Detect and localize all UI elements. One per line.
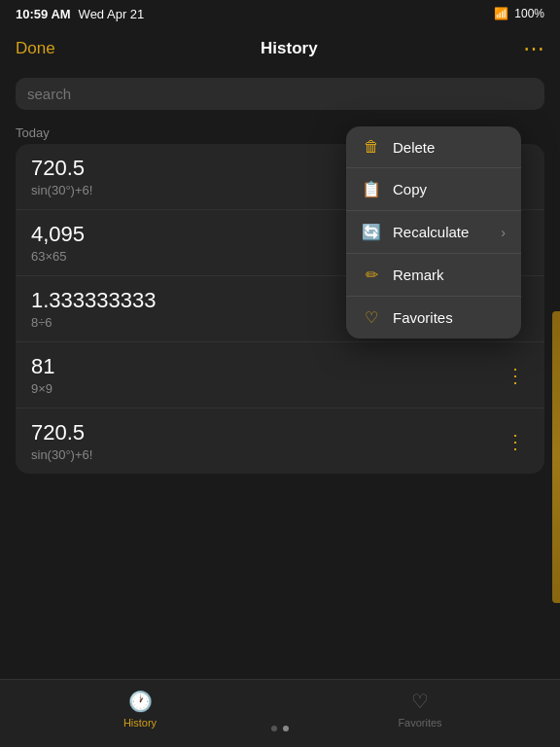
page-title: History: [261, 39, 318, 58]
header: Done History ⋯: [0, 27, 560, 70]
item-expression-0: sin(30°)+6!: [31, 183, 92, 197]
item-result-4: 720.5: [31, 420, 92, 445]
list-item: 81 9×9 ⋮: [16, 342, 544, 409]
item-result-0: 720.5: [31, 156, 92, 181]
item-more-4[interactable]: ⋮: [502, 428, 529, 455]
copy-label: Copy: [393, 181, 427, 197]
context-menu-remark[interactable]: ✏ Remark: [346, 254, 521, 297]
delete-label: Delete: [393, 139, 435, 156]
search-container: [0, 70, 560, 118]
delete-icon: 🗑: [362, 138, 381, 156]
copy-icon: 📋: [362, 180, 381, 198]
item-expression-1: 63×65: [31, 249, 85, 264]
dot-0: [271, 726, 277, 731]
item-expression-4: sin(30°)+6!: [31, 447, 92, 462]
battery-label: 100%: [514, 7, 544, 20]
more-button[interactable]: ⋯: [523, 38, 544, 59]
remark-icon: ✏: [362, 266, 381, 284]
remark-label: Remark: [393, 267, 444, 283]
item-expression-3: 9×9: [31, 381, 54, 396]
favorites-tab-icon: ♡: [411, 690, 429, 713]
context-menu: 🗑 Delete 📋 Copy 🔄 Recalculate › ✏ Remark…: [346, 126, 521, 338]
status-icons: 📶 100%: [494, 7, 544, 20]
status-bar: 10:59 AM Wed Apr 21 📶 100%: [0, 0, 560, 27]
item-more-3[interactable]: ⋮: [502, 362, 529, 389]
item-result-2: 1.333333333: [31, 288, 156, 313]
favorites-label: Favorites: [393, 309, 453, 326]
tab-history[interactable]: 🕐 History: [0, 690, 280, 729]
recalculate-icon: 🔄: [362, 223, 381, 241]
status-time: 10:59 AM: [16, 7, 71, 21]
item-result-1: 4,095: [31, 222, 85, 247]
search-input[interactable]: [16, 78, 544, 110]
tab-favorites[interactable]: ♡ Favorites: [280, 690, 560, 729]
wifi-icon: 📶: [494, 7, 508, 20]
done-button[interactable]: Done: [16, 39, 55, 58]
context-menu-copy[interactable]: 📋 Copy: [346, 168, 521, 211]
context-menu-recalculate[interactable]: 🔄 Recalculate ›: [346, 211, 521, 254]
history-tab-icon: 🕐: [128, 690, 153, 713]
favorites-icon: ♡: [362, 308, 381, 327]
list-item: 720.5 sin(30°)+6! ⋮: [16, 409, 544, 474]
page-dots: [0, 726, 560, 731]
item-expression-2: 8÷6: [31, 315, 156, 330]
side-decoration: [552, 311, 560, 603]
status-date: Wed Apr 21: [79, 7, 145, 21]
chevron-right-icon: ›: [501, 225, 506, 240]
context-menu-favorites[interactable]: ♡ Favorites: [346, 297, 521, 338]
dot-1: [283, 726, 289, 731]
context-menu-delete[interactable]: 🗑 Delete: [346, 126, 521, 168]
tab-bar: 🕐 History ♡ Favorites: [0, 679, 560, 747]
item-result-3: 81: [31, 354, 54, 379]
recalculate-label: Recalculate: [393, 224, 469, 240]
